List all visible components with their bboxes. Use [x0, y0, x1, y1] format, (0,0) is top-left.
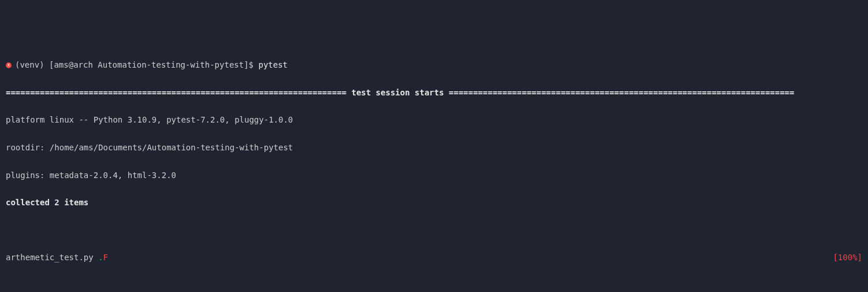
- error-circle-icon: x: [6, 62, 12, 68]
- eq-left: ========================================…: [6, 88, 351, 97]
- blank-line-1: [6, 224, 862, 238]
- venv-indicator: (venv): [15, 60, 44, 69]
- command-text[interactable]: pytest: [258, 60, 288, 69]
- platform-line: platform linux -- Python 3.10.9, pytest-…: [6, 113, 862, 127]
- eq-right: ========================================…: [444, 88, 795, 97]
- fail-f: F: [103, 253, 108, 262]
- test-file: arthemetic_test.py: [6, 253, 98, 262]
- dollar-sign: $: [249, 60, 254, 69]
- collected-line: collected 2 items: [6, 196, 862, 210]
- plugins-line: plugins: metadata-2.0.4, html-3.2.0: [6, 169, 862, 183]
- test-result-line: arthemetic_test.py .F[100%]: [6, 251, 862, 265]
- blank-line-2: [6, 279, 862, 292]
- user-host-path: [ams@arch Automation-testing-with-pytest…: [49, 60, 249, 69]
- session-title: test session starts: [351, 88, 444, 97]
- progress-percent: [100%]: [833, 251, 862, 265]
- pass-dot: .: [98, 253, 103, 262]
- session-header: ========================================…: [6, 86, 862, 100]
- rootdir-line: rootdir: /home/ams/Documents/Automation-…: [6, 141, 862, 155]
- prompt-line: x(venv) [ams@arch Automation-testing-wit…: [6, 58, 862, 72]
